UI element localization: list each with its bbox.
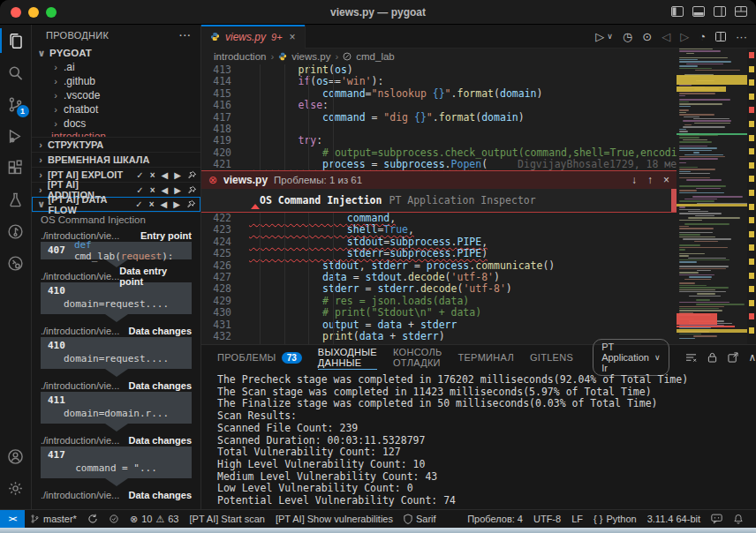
explorer-more-actions-icon[interactable]: ··· [179,30,192,41]
dataflow-card[interactable]: ./introduction/vie...Data changes411doma… [32,379,200,432]
close-window-button[interactable] [11,7,21,18]
zoom-window-button[interactable] [46,7,57,18]
account-icon[interactable] [0,440,32,472]
lock-icon[interactable] [707,352,717,363]
encoding-status[interactable]: UTF-8 [528,514,566,524]
tree-item-github[interactable]: ›.github [32,74,200,88]
previous-change-icon[interactable]: ◁ [662,30,670,43]
close-peek-icon[interactable]: × [663,174,669,186]
problems-status[interactable]: ⊗10 ⚠63 [125,514,185,525]
notifications-bell-icon[interactable] [728,514,749,524]
prev-icon[interactable]: ◀ [161,199,168,209]
maximize-panel-icon[interactable]: ∧ [749,351,756,364]
check-icon[interactable]: ✓ [136,185,143,195]
code-line[interactable]: 425 stderr=subprocess.PIPE) [201,248,677,259]
next-change-icon[interactable]: ▷ [680,30,689,43]
remote-indicator[interactable]: >< [0,510,25,529]
more-actions-icon[interactable]: ··· [736,30,747,43]
code-line[interactable]: 416 else: [201,100,677,111]
sync-changes-button[interactable] [82,514,103,524]
pt-extension-status-icon[interactable] [103,514,125,524]
tab-views-py[interactable]: views.py 9+ × [201,25,306,49]
test-beaker-icon[interactable] [0,184,32,215]
indentation-status[interactable]: Пробелов: 4 [462,514,528,524]
toggle-secondary-sidebar-icon[interactable] [714,6,726,17]
eol-status[interactable]: LF [566,514,588,524]
run-debug-icon[interactable] [0,120,32,152]
split-editor-icon[interactable] [715,32,726,41]
code-line[interactable]: 424 stdout=subprocess.PIPE, [201,236,677,248]
code-line[interactable]: 421 process = subprocess.Popen(DigvijayB… [201,159,677,170]
open-changes-icon[interactable]: ⊙ [642,30,652,43]
pt-report-icon[interactable]: ◔ [699,30,706,43]
close-icon[interactable]: × [150,170,155,180]
next-problem-icon[interactable]: ↓ [631,174,637,186]
pin-icon[interactable] [187,170,197,180]
pin-icon[interactable] [187,185,197,195]
code-line[interactable]: 420 # output=subprocess.check_output(com… [201,147,677,159]
panel-tab-1[interactable]: ВЫХОДНЫЕ ДАННЫЕ [318,345,377,370]
tree-item-docs[interactable]: ›docs [32,116,200,131]
minimap[interactable] [677,49,747,344]
check-icon[interactable]: ✓ [136,170,143,180]
toggle-panel-icon[interactable] [692,6,705,17]
git-branch-status[interactable]: master* [25,514,82,524]
tree-root-pygoat[interactable]: ∨PYGOAT [32,46,200,60]
python-interpreter-status[interactable]: 3.11.4 64-bit [642,514,706,524]
dataflow-card[interactable]: ./introduction/vie...Entry point407def c… [32,229,200,267]
customize-layout-icon[interactable] [735,6,747,17]
sidebar-section-1[interactable]: ›ВРЕМЕННАЯ ШКАЛА [32,152,200,167]
code-line[interactable]: 414 if(os=='win'): [201,76,677,87]
code-line[interactable]: 417 command = "dig {}".format(domain) [201,112,677,124]
panel-tab-2[interactable]: КОНСОЛЬ ОТЛАДКИ [393,345,442,370]
previous-problem-icon[interactable]: ↑ [647,174,653,186]
sidebar-section-4[interactable]: ∨[PT AI] DATA FLOW✓×◀▶ [32,197,200,212]
run-dropdown-icon[interactable]: ∨ [607,32,613,41]
source-control-icon[interactable]: 1 [0,88,32,120]
close-icon[interactable]: × [149,199,155,209]
next-icon[interactable]: ▶ [174,170,181,180]
sarif-button[interactable]: Sarif [398,514,442,524]
panel-tab-4[interactable]: GITLENS [530,345,573,370]
pt-show-vulnerabilities-button[interactable]: [PT AI] Show vulnerabilities [270,514,398,524]
pt-ai-scan-icon[interactable] [0,215,32,247]
tab-close-icon[interactable]: × [290,31,296,43]
settings-gear-icon[interactable] [0,472,32,504]
next-icon[interactable]: ▶ [174,185,181,195]
code-line[interactable]: 431 output = data + stderr [201,319,677,331]
language-mode-status[interactable]: { }Python [588,514,642,524]
code-line[interactable]: 418 [201,124,677,135]
panel-tab-3[interactable]: ТЕРМИНАЛ [457,345,513,370]
panel-tab-0[interactable]: ПРОБЛЕМЫ73 [217,345,302,370]
code-area[interactable]: 413 print(os)414 if(os=='win'):415 comma… [201,64,677,344]
tree-item-vscode[interactable]: ›.vscode [32,88,200,102]
feedback-icon[interactable] [706,514,728,524]
pt-start-scan-button[interactable]: [PT AI] Start scan [185,514,270,524]
pin-icon[interactable] [186,199,196,209]
dataflow-card[interactable]: ./introduction/vie...Data changes [32,488,200,501]
dataflow-card[interactable]: ./introduction/vie...Data entry point410… [32,269,200,322]
output-console[interactable]: The Precheck stage was completed in 1762… [201,370,756,509]
clear-output-icon[interactable] [685,353,697,363]
breadcrumb-folder[interactable]: introduction [214,51,266,62]
close-icon[interactable]: × [150,185,155,195]
search-icon[interactable] [0,56,32,88]
code-line[interactable]: 422 command, [201,213,677,224]
code-line[interactable]: 426 stdout, stderr = process.communicate… [201,260,677,272]
prev-icon[interactable]: ◀ [162,185,169,195]
dataflow-card[interactable]: ./introduction/vie...Data changes417comm… [32,433,200,486]
breadcrumb-file[interactable]: views.py [291,51,330,62]
code-line[interactable]: 429 # res = json.loads(data) [201,296,677,307]
sidebar-section-0[interactable]: ›СТРУКТУРА [32,137,200,152]
pt-ai-settings-icon[interactable] [0,247,32,279]
extensions-icon[interactable] [0,152,32,184]
code-line[interactable]: 423 shell=True, [201,224,677,236]
check-icon[interactable]: ✓ [135,199,142,209]
tree-item-ai[interactable]: ›.ai [32,60,200,74]
peek-message-row[interactable]: OS Command Injection PT Application Insp… [201,189,677,212]
tree-item-clipped[interactable]: introduction [32,131,200,137]
minimize-window-button[interactable] [28,7,39,18]
toggle-primary-sidebar-icon[interactable] [671,6,684,17]
code-line[interactable]: 427 data = stdout.decode('utf-8') [201,272,677,283]
code-line[interactable]: 413 print(os) [201,64,677,76]
